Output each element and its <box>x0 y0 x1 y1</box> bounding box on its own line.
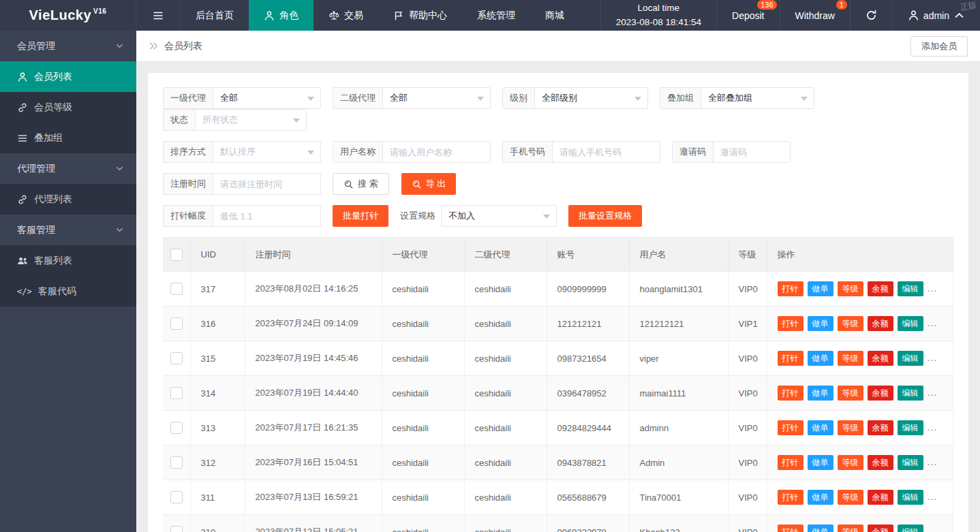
status-select[interactable]: 所有状态 <box>196 110 306 130</box>
action-余额-button[interactable]: 余额 <box>868 420 893 435</box>
sidebar-group-header[interactable]: 客服管理 <box>0 215 136 245</box>
action-等级-button[interactable]: 等级 <box>838 455 863 470</box>
action-打针-button[interactable]: 打针 <box>778 455 803 470</box>
export-button[interactable]: 导 出 <box>401 173 457 195</box>
action-等级-button[interactable]: 等级 <box>838 420 863 435</box>
action-做单-button[interactable]: 做单 <box>808 386 833 401</box>
row-more-button[interactable]: ... <box>928 387 938 398</box>
deposit-button[interactable]: Deposit 136 <box>716 0 779 31</box>
add-member-button[interactable]: 添加会员 <box>910 36 968 57</box>
batch-spec-button[interactable]: 批量设置规格 <box>568 205 642 227</box>
invite-code-input[interactable] <box>714 142 790 162</box>
filter-needle-range: 打针幅度 <box>163 205 321 227</box>
row-checkbox[interactable] <box>170 317 183 330</box>
row-checkbox[interactable] <box>170 456 183 469</box>
overlay-group-select[interactable]: 全部叠加组 <box>701 88 814 108</box>
action-等级-button[interactable]: 等级 <box>838 316 863 331</box>
nav-item-4[interactable]: 帮助中心 <box>378 0 462 31</box>
nav-item-6[interactable]: 商城 <box>530 0 579 31</box>
row-more-button[interactable]: ... <box>928 283 938 294</box>
row-checkbox[interactable] <box>170 352 183 364</box>
row-more-button[interactable]: ... <box>928 526 938 532</box>
nav-item-3[interactable]: 交易 <box>313 0 378 31</box>
row-checkbox[interactable] <box>170 387 183 399</box>
row-more-button[interactable]: ... <box>928 352 938 363</box>
action-打针-button[interactable]: 打针 <box>778 351 803 366</box>
sidebar: 会员管理会员列表会员等级叠加组代理管理代理列表客服管理客服列表</>客服代码 <box>0 31 136 532</box>
nav-item-5[interactable]: 系统管理 <box>462 0 530 31</box>
nav-item-2[interactable]: 角色 <box>249 0 313 31</box>
menu-toggle-button[interactable] <box>136 0 181 31</box>
action-余额-button[interactable]: 余额 <box>868 455 893 470</box>
action-余额-button[interactable]: 余额 <box>868 525 893 532</box>
action-等级-button[interactable]: 等级 <box>838 490 863 505</box>
agent2-select[interactable]: 全部 <box>383 88 490 108</box>
sort-placeholder: 默认排序 <box>220 146 256 158</box>
action-做单-button[interactable]: 做单 <box>808 525 833 532</box>
sidebar-group-header[interactable]: 会员管理 <box>0 31 136 61</box>
spec-select[interactable]: 不加入 <box>442 206 556 226</box>
row-checkbox[interactable] <box>170 283 183 295</box>
withdraw-button[interactable]: Withdraw 1 <box>780 0 850 31</box>
app-logo[interactable]: VieLucky V16 <box>0 0 136 31</box>
action-余额-button[interactable]: 余额 <box>868 351 893 366</box>
cell-actions: 打针做单等级余额编辑... <box>767 307 953 341</box>
sidebar-item[interactable]: 会员列表 <box>0 61 136 92</box>
sidebar-item[interactable]: 客服列表 <box>0 245 136 276</box>
action-打针-button[interactable]: 打针 <box>778 420 803 435</box>
user-menu[interactable]: admin <box>892 0 980 31</box>
row-more-button[interactable]: ... <box>928 491 938 502</box>
action-编辑-button[interactable]: 编辑 <box>898 420 923 435</box>
row-more-button[interactable]: ... <box>928 422 938 433</box>
action-打针-button[interactable]: 打针 <box>778 316 803 331</box>
action-打针-button[interactable]: 打针 <box>778 386 803 401</box>
action-编辑-button[interactable]: 编辑 <box>898 525 923 532</box>
action-编辑-button[interactable]: 编辑 <box>898 316 923 331</box>
action-打针-button[interactable]: 打针 <box>778 525 803 532</box>
refresh-button[interactable] <box>850 0 892 31</box>
action-做单-button[interactable]: 做单 <box>808 455 833 470</box>
sort-select[interactable]: 默认排序 <box>213 142 320 162</box>
row-checkbox[interactable] <box>170 491 183 503</box>
action-编辑-button[interactable]: 编辑 <box>898 490 923 505</box>
action-做单-button[interactable]: 做单 <box>808 281 833 296</box>
sidebar-item[interactable]: 会员等级 <box>0 92 136 123</box>
sidebar-item[interactable]: </>客服代码 <box>0 276 136 307</box>
action-余额-button[interactable]: 余额 <box>868 490 893 505</box>
action-做单-button[interactable]: 做单 <box>808 316 833 331</box>
phone-input[interactable] <box>553 142 660 162</box>
sidebar-item[interactable]: 叠加组 <box>0 123 136 153</box>
agent1-select[interactable]: 全部 <box>213 88 320 108</box>
username-input[interactable] <box>383 142 490 162</box>
row-more-button[interactable]: ... <box>928 317 938 328</box>
search-button[interactable]: 搜 索 <box>333 173 389 195</box>
action-等级-button[interactable]: 等级 <box>838 386 863 401</box>
level-select[interactable]: 全部级别 <box>535 88 647 108</box>
action-编辑-button[interactable]: 编辑 <box>898 351 923 366</box>
action-等级-button[interactable]: 等级 <box>838 281 863 296</box>
nav-item-1[interactable]: 后台首页 <box>181 0 249 31</box>
row-checkbox[interactable] <box>170 526 183 532</box>
sidebar-group-header[interactable]: 代理管理 <box>0 153 136 184</box>
action-编辑-button[interactable]: 编辑 <box>898 281 923 296</box>
register-time-input[interactable] <box>213 174 320 194</box>
action-余额-button[interactable]: 余额 <box>868 386 893 401</box>
action-等级-button[interactable]: 等级 <box>838 525 863 532</box>
action-余额-button[interactable]: 余额 <box>868 281 893 296</box>
action-编辑-button[interactable]: 编辑 <box>898 455 923 470</box>
filter-sort: 排序方式 默认排序 <box>163 141 321 163</box>
action-余额-button[interactable]: 余额 <box>868 316 893 331</box>
action-做单-button[interactable]: 做单 <box>808 490 833 505</box>
row-checkbox[interactable] <box>170 422 183 434</box>
action-打针-button[interactable]: 打针 <box>778 281 803 296</box>
batch-needle-button[interactable]: 批量打针 <box>333 205 388 227</box>
action-编辑-button[interactable]: 编辑 <box>898 386 923 401</box>
sidebar-item[interactable]: 代理列表 <box>0 184 136 215</box>
needle-range-input[interactable] <box>213 206 320 226</box>
action-打针-button[interactable]: 打针 <box>778 490 803 505</box>
action-等级-button[interactable]: 等级 <box>838 351 863 366</box>
row-more-button[interactable]: ... <box>928 456 938 467</box>
select-all-checkbox[interactable] <box>170 249 183 261</box>
action-做单-button[interactable]: 做单 <box>808 420 833 435</box>
action-做单-button[interactable]: 做单 <box>808 351 833 366</box>
